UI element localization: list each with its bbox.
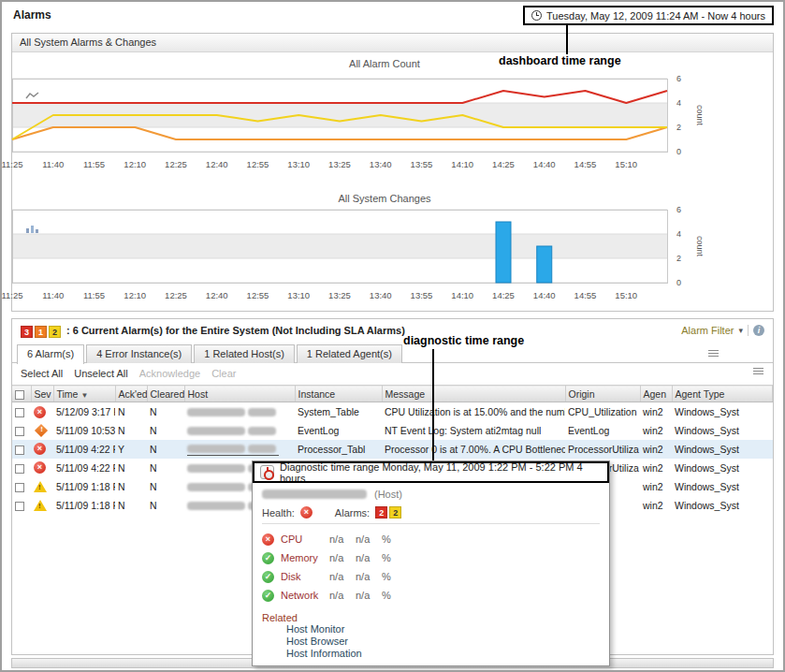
metric-value: n/a bbox=[356, 590, 382, 601]
related-links: Host MonitorHost BrowserHost Information bbox=[262, 623, 600, 660]
metric-value: n/a bbox=[356, 571, 382, 582]
x-tick-label: 11:40 bbox=[42, 290, 64, 300]
cell-origin: ProcessorUtiliza bbox=[565, 440, 640, 459]
cell-checkbox bbox=[12, 496, 31, 515]
metric-list: CPUn/an/a%Memoryn/an/a%Diskn/an/a%Networ… bbox=[262, 530, 600, 605]
host-browser-link[interactable]: Host Browser bbox=[286, 635, 600, 648]
tab-1-related-host-s[interactable]: 1 Related Host(s) bbox=[194, 344, 295, 363]
x-tick-label: 13:10 bbox=[287, 159, 310, 169]
x-tick-label: 11:55 bbox=[83, 159, 105, 169]
row-checkbox[interactable] bbox=[15, 427, 24, 436]
metric-row: Networkn/an/a% bbox=[262, 586, 600, 605]
cell-instance: System_Table bbox=[295, 402, 382, 421]
col-header-message[interactable]: Message bbox=[382, 386, 565, 402]
x-tick-label: 14:10 bbox=[451, 159, 473, 169]
health-label: Health: bbox=[262, 507, 295, 519]
metric-row: Diskn/an/a% bbox=[262, 567, 600, 586]
cell-severity bbox=[31, 402, 53, 421]
cell-agent-type: Windows_Syst bbox=[672, 421, 773, 440]
col-header-cleared[interactable]: Cleared bbox=[147, 386, 184, 402]
row-checkbox[interactable] bbox=[15, 408, 24, 417]
cell-message: Processor 0 is at 7.00%. A CPU Bottlenec… bbox=[382, 440, 565, 459]
row-checkbox[interactable] bbox=[15, 446, 24, 455]
alarm-row[interactable]: 5/11/09 4:22 PYNProcessor_TablProcessor … bbox=[12, 440, 773, 459]
metric-cpu-link[interactable]: CPU bbox=[281, 533, 329, 545]
row-checkbox[interactable] bbox=[15, 502, 24, 511]
row-checkbox[interactable] bbox=[15, 464, 24, 474]
metric-value: n/a bbox=[329, 552, 356, 563]
alarm-summary-text: : 6 Current Alarm(s) for the Entire Syst… bbox=[66, 325, 405, 336]
related-header: Related bbox=[262, 612, 600, 623]
metric-network-link[interactable]: Network bbox=[281, 590, 329, 601]
col-header-origin[interactable]: Origin bbox=[565, 386, 640, 402]
cell-cleared: N bbox=[147, 440, 184, 459]
severity-warning-icon bbox=[34, 481, 47, 492]
clear-button[interactable]: Clear bbox=[211, 368, 236, 379]
tab-6-alarm-s[interactable]: 6 Alarm(s) bbox=[17, 344, 84, 364]
redacted-host-link[interactable] bbox=[187, 443, 279, 456]
col-header-ack-ed[interactable]: Ack'ed bbox=[115, 386, 147, 402]
page-title: Alarms bbox=[13, 8, 51, 22]
unselect-all-button[interactable]: Unselect All bbox=[74, 368, 127, 379]
severity-critical-icon bbox=[35, 424, 48, 437]
cell-host bbox=[184, 402, 295, 421]
metric-unit: % bbox=[382, 590, 391, 601]
tab-bar: 6 Alarm(s)4 Error Instance(s)1 Related H… bbox=[17, 342, 404, 363]
tab-4-error-instance-s[interactable]: 4 Error Instance(s) bbox=[86, 344, 192, 363]
metric-disk-link[interactable]: Disk bbox=[281, 571, 329, 582]
chevron-down-icon[interactable]: ▾ bbox=[738, 326, 743, 335]
row-checkbox[interactable] bbox=[15, 483, 24, 492]
x-tick-label: 12:40 bbox=[206, 159, 228, 169]
alarm-row[interactable]: 5/11/09 10:53NNEventLogNT Event Log: Sys… bbox=[12, 421, 773, 440]
cell-time: 5/11/09 4:22 P bbox=[53, 440, 115, 459]
cell-cleared: N bbox=[147, 459, 184, 477]
cell-acked: Y bbox=[115, 440, 147, 459]
annotation-connector-line bbox=[432, 349, 434, 460]
tooltip-alarm-badges: 22 bbox=[375, 506, 403, 519]
select-all-button[interactable]: Select All bbox=[21, 368, 63, 379]
fatal-health-icon bbox=[300, 506, 313, 519]
redacted-host-name bbox=[262, 489, 367, 499]
diagnostic-tooltip: Diagnostic time range Monday, May 11, 20… bbox=[252, 460, 610, 666]
cell-agent: win2 bbox=[640, 496, 672, 515]
annotation-diagnostic-time-range: diagnostic time range bbox=[403, 334, 524, 347]
alarm-count-badge: 3 bbox=[21, 326, 33, 338]
col-header-time[interactable]: Time▼ bbox=[53, 386, 115, 402]
normal-status-icon bbox=[262, 552, 274, 564]
col-header-host[interactable]: Host bbox=[184, 386, 295, 402]
info-icon[interactable]: i bbox=[753, 325, 764, 336]
metric-memory-link[interactable]: Memory bbox=[281, 552, 329, 563]
divider bbox=[262, 523, 600, 524]
cell-agent-type: Windows_Syst bbox=[672, 496, 773, 515]
alarm-count-badge: 1 bbox=[35, 326, 47, 338]
alarm-filter-button[interactable]: Alarm Filter bbox=[681, 325, 734, 336]
cell-agent: win2 bbox=[640, 440, 672, 459]
system-changes-chart-title: All System Changes bbox=[57, 193, 712, 204]
x-tick-label: 12:25 bbox=[165, 290, 187, 300]
table-customizer-icon[interactable] bbox=[753, 368, 763, 376]
cell-acked: N bbox=[115, 402, 147, 421]
col-header-sev[interactable]: Sev bbox=[31, 386, 53, 402]
dashboard-time-range[interactable]: Tuesday, May 12, 2009 11:24 AM - Now 4 h… bbox=[523, 6, 774, 25]
select-all-checkbox[interactable] bbox=[15, 390, 24, 400]
host-monitor-link[interactable]: Host Monitor bbox=[286, 623, 600, 635]
power-icon[interactable] bbox=[260, 465, 274, 479]
col-header-agent-type[interactable]: Agent Type bbox=[672, 386, 773, 402]
metric-unit: % bbox=[382, 552, 391, 563]
alarm-filter-area: Alarm Filter ▾ i bbox=[681, 325, 764, 336]
cell-severity bbox=[31, 459, 53, 477]
host-information-link[interactable]: Host Information bbox=[286, 648, 600, 660]
tab-options-icon[interactable] bbox=[708, 350, 719, 358]
col-header-instance[interactable]: Instance bbox=[295, 386, 382, 402]
alarm-count-badge: 2 bbox=[49, 326, 61, 338]
cell-time: 5/12/09 3:17 P bbox=[53, 402, 115, 421]
acknowledge-button[interactable]: Acknowledge bbox=[139, 368, 200, 379]
col-header-agen[interactable]: Agen bbox=[640, 386, 672, 402]
cell-acked: N bbox=[115, 459, 147, 477]
svg-text:0: 0 bbox=[676, 147, 681, 156]
cell-origin: CPU_Utilization bbox=[565, 402, 640, 421]
tab-1-related-agent-s[interactable]: 1 Related Agent(s) bbox=[297, 344, 402, 363]
annotation-connector-line bbox=[566, 25, 568, 54]
normal-status-icon bbox=[262, 590, 274, 602]
alarm-row[interactable]: 5/12/09 3:17 PNNSystem_TableCPU Utilizat… bbox=[12, 402, 773, 421]
